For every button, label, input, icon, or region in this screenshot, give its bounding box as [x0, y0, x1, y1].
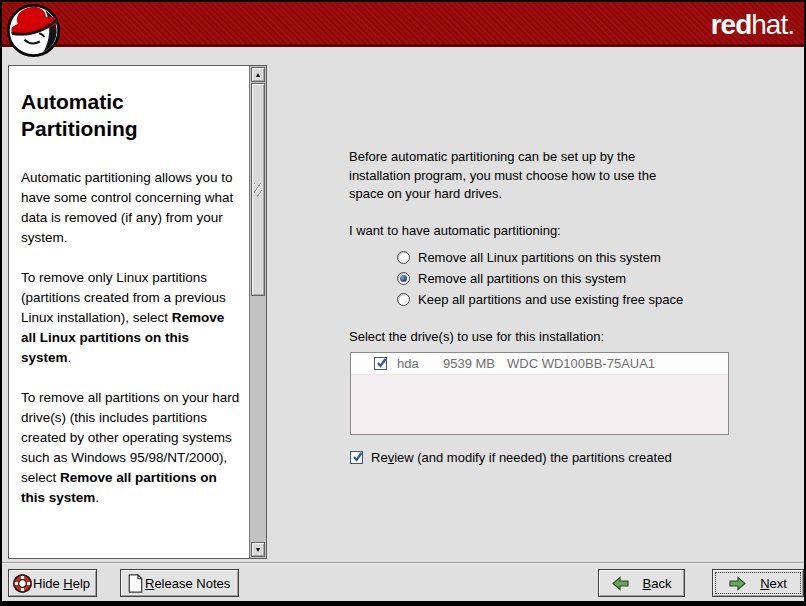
back-button[interactable]: Back	[598, 569, 685, 597]
wordmark-red: red	[711, 9, 752, 40]
help-paragraph-2: To remove only Linux partitions (partiti…	[21, 268, 241, 368]
intro-text: Before automatic partitioning can be set…	[349, 148, 689, 204]
help-panel: Automatic Partitioning Automatic partiti…	[8, 65, 267, 559]
next-label-mnemonic: N	[760, 576, 769, 591]
next-button[interactable]: Next	[712, 569, 804, 597]
next-label: Next	[760, 576, 787, 591]
radio-option-remove-linux[interactable]: Remove all Linux partitions on this syst…	[349, 247, 683, 268]
drive-row-hda[interactable]: hda 9539 MB WDC WD100BB-75AUA1	[351, 353, 728, 375]
wordmark-hat: hat	[751, 9, 787, 40]
drive-select-prompt: Select the drive(s) to use for this inst…	[349, 329, 604, 344]
help-paragraph-1: Automatic partitioning allows you to hav…	[21, 168, 241, 248]
review-checkbox-checked-icon[interactable]	[350, 451, 363, 464]
next-label-post: ext	[770, 576, 787, 591]
drive-size: 9539 MB	[443, 356, 505, 371]
scroll-up-icon[interactable]: ▲	[251, 67, 265, 82]
radio-button-icon[interactable]	[397, 251, 410, 264]
hide-help-label-mnemonic: H	[63, 576, 72, 591]
drive-name: hda	[397, 356, 431, 371]
radio-button-selected-icon[interactable]	[397, 272, 410, 285]
help-paragraph-3-post: .	[95, 490, 99, 505]
partitioning-radio-group: Remove all Linux partitions on this syst…	[349, 247, 683, 310]
hide-help-label: Hide Help	[33, 576, 90, 591]
hide-help-label-pre: Hide	[33, 576, 63, 591]
redhat-shadowman-icon	[6, 3, 61, 58]
back-label-mnemonic: B	[643, 576, 652, 591]
header-banner: redhat.	[2, 2, 804, 47]
radio-option-label: Remove all Linux partitions on this syst…	[418, 250, 661, 265]
review-checkbox-row[interactable]: Review (and modify if needed) the partit…	[350, 450, 672, 465]
help-paragraph-2-post: .	[68, 350, 72, 365]
life-preserver-icon	[12, 573, 33, 594]
help-content: Automatic Partitioning Automatic partiti…	[9, 66, 249, 558]
release-notes-label-post: elease Notes	[154, 576, 230, 591]
release-notes-label: Release Notes	[145, 576, 230, 591]
help-title: Automatic Partitioning	[21, 88, 241, 142]
arrow-left-icon	[612, 576, 629, 591]
scrollbar-grip	[254, 183, 262, 197]
footer-separator	[2, 562, 804, 564]
radio-button-icon[interactable]	[397, 293, 410, 306]
back-label: Back	[643, 576, 672, 591]
hide-help-label-post: elp	[73, 576, 90, 591]
scrollbar-thumb[interactable]	[251, 83, 265, 296]
review-label-post: iew (and modify if needed) the partition…	[394, 450, 672, 465]
release-notes-button[interactable]: Release Notes	[120, 569, 239, 597]
release-notes-label-mnemonic: R	[145, 576, 154, 591]
back-label-post: ack	[651, 576, 671, 591]
drive-checkbox-checked-icon[interactable]	[374, 357, 387, 370]
drive-list[interactable]: hda 9539 MB WDC WD100BB-75AUA1	[350, 352, 729, 435]
arrow-right-icon	[729, 576, 746, 591]
installer-window: redhat. Automatic Partitioning Automatic…	[0, 0, 806, 606]
document-icon	[125, 573, 145, 594]
review-checkbox-label: Review (and modify if needed) the partit…	[371, 450, 672, 465]
radio-option-keep-all[interactable]: Keep all partitions and use existing fre…	[349, 289, 683, 310]
partitioning-question: I want to have automatic partitioning:	[349, 223, 561, 238]
hide-help-button[interactable]: Hide Help	[8, 569, 97, 597]
radio-option-label: Remove all partitions on this system	[418, 271, 626, 286]
wordmark-period: .	[787, 9, 794, 40]
help-paragraph-1-text: Automatic partitioning allows you to hav…	[21, 170, 233, 245]
review-label-pre: Re	[371, 450, 388, 465]
help-paragraph-3: To remove all partitions on your hard dr…	[21, 388, 241, 508]
radio-option-remove-all[interactable]: Remove all partitions on this system	[349, 268, 683, 289]
redhat-wordmark: redhat.	[711, 10, 794, 40]
radio-option-label: Keep all partitions and use existing fre…	[418, 292, 683, 307]
drive-model: WDC WD100BB-75AUA1	[507, 356, 655, 371]
scroll-down-icon[interactable]: ▼	[251, 542, 265, 557]
help-scrollbar[interactable]: ▲ ▼	[249, 66, 266, 558]
